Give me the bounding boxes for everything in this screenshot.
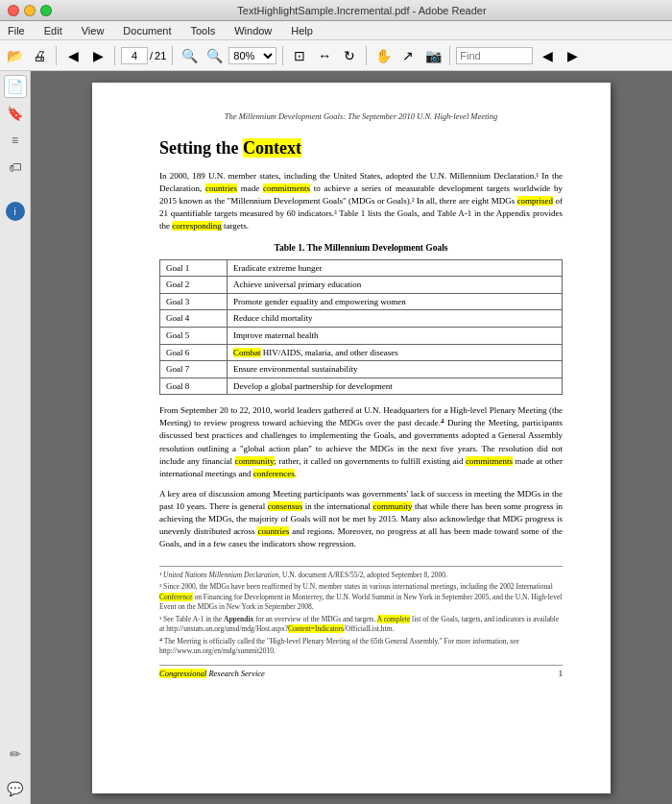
fit-width-icon[interactable]: ↔ bbox=[314, 45, 335, 66]
main-layout: 📄 🔖 ≡ 🏷 i ✏ 💬 The Millennium Development… bbox=[0, 71, 672, 804]
body2-text-4: . bbox=[295, 469, 297, 478]
corresponding-highlight: corresponding bbox=[172, 221, 222, 231]
page-number: 1 bbox=[559, 669, 563, 680]
separator-6 bbox=[449, 46, 450, 65]
body2-text-2: ; rather, it called on governments to fu… bbox=[275, 456, 466, 466]
pdf-header: The Millennium Development Goals: The Se… bbox=[159, 111, 563, 123]
print-icon[interactable]: 🖨 bbox=[29, 45, 50, 66]
footnote-2: ² Since 2000, the MDGs have been reaffir… bbox=[159, 582, 563, 613]
menu-tools[interactable]: Tools bbox=[187, 23, 220, 38]
body-paragraph-3: A key area of discussion among Meeting p… bbox=[159, 488, 563, 550]
snapshot-icon[interactable]: 📷 bbox=[422, 45, 444, 66]
commitments-highlight-2: commitments bbox=[466, 456, 513, 466]
complete-footnote-highlight: A complete bbox=[377, 615, 410, 623]
select-icon[interactable]: ↗ bbox=[397, 45, 419, 66]
panel-annot-icon[interactable]: ✏ bbox=[4, 743, 27, 766]
footnotes: ¹ United Nations Millennium Declaration,… bbox=[159, 571, 563, 657]
heading-plain: Setting the bbox=[159, 138, 243, 158]
page-total: 21 bbox=[155, 50, 166, 61]
footnote-1: ¹ United Nations Millennium Declaration,… bbox=[159, 571, 563, 581]
footnote-4: ⁴ The Meeting is officially called the "… bbox=[159, 637, 563, 657]
window-controls[interactable] bbox=[8, 5, 52, 16]
pdf-header-text: The Millennium Development Goals: The Se… bbox=[225, 111, 497, 121]
community-highlight-2: community bbox=[372, 501, 412, 511]
menu-window[interactable]: Window bbox=[230, 23, 276, 38]
toolbar: 📂 🖨 ◀ ▶ / 21 🔍 🔍 80% 100% 125% ⊡ ↔ ↻ ✋ ↗… bbox=[0, 40, 672, 71]
panel-layers-icon[interactable]: ≡ bbox=[4, 129, 27, 152]
body-paragraph-1: In 2000, 189 U.N. member states, includi… bbox=[159, 170, 563, 232]
countries-highlight-2: countries bbox=[257, 526, 289, 536]
table-desc-cell: Reduce child mortality bbox=[228, 310, 563, 328]
menu-edit[interactable]: Edit bbox=[40, 23, 66, 38]
back-icon[interactable]: ◀ bbox=[62, 45, 84, 66]
separator-4 bbox=[282, 46, 283, 65]
congressional-highlight: Congressional bbox=[159, 669, 206, 678]
mdg-table: Table 1. The Millennium Development Goal… bbox=[159, 242, 563, 395]
table-goal-cell: Goal 1 bbox=[160, 259, 228, 277]
panel-tags-icon[interactable]: 🏷 bbox=[4, 156, 27, 179]
menu-document[interactable]: Document bbox=[119, 23, 175, 38]
section-heading: Setting the Context bbox=[159, 136, 563, 160]
table-desc-cell: Improve maternal health bbox=[228, 327, 563, 344]
table-goal-cell: Goal 2 bbox=[160, 277, 228, 294]
table-desc-cell: Promote gender equality and empowering w… bbox=[228, 293, 563, 310]
table-desc-cell: Achieve universal primary education bbox=[228, 277, 563, 294]
commitments-highlight-1: commitments bbox=[263, 183, 310, 193]
consensus-highlight: consensus bbox=[268, 501, 303, 511]
page-input[interactable] bbox=[121, 47, 148, 64]
heading-highlight: Context bbox=[243, 138, 301, 158]
minimize-button[interactable] bbox=[24, 5, 36, 16]
search-prev-icon[interactable]: ◀ bbox=[537, 45, 558, 66]
body3-text-2: in the international bbox=[302, 501, 372, 511]
separator-1 bbox=[56, 46, 57, 65]
table-caption: Table 1. The Millennium Development Goal… bbox=[159, 242, 563, 255]
footnote-separator bbox=[159, 566, 563, 567]
table-desc-cell: Develop a global partnership for develop… bbox=[228, 378, 563, 395]
zoom-in-icon[interactable]: 🔍 bbox=[204, 45, 225, 66]
table-goal-cell: Goal 4 bbox=[160, 310, 228, 328]
table-goal-cell: Goal 5 bbox=[160, 327, 228, 344]
fit-page-icon[interactable]: ⊡ bbox=[289, 45, 310, 66]
separator-2 bbox=[114, 46, 115, 65]
page-separator: / bbox=[150, 50, 153, 61]
table-desc-cell: Combat HIV/AIDS, malaria, and other dise… bbox=[228, 344, 563, 361]
panel-bookmarks-icon[interactable]: 🔖 bbox=[4, 102, 27, 125]
countries-highlight-1: countries bbox=[205, 183, 237, 193]
panel-pages-icon[interactable]: 📄 bbox=[4, 75, 27, 98]
pdf-area[interactable]: The Millennium Development Goals: The Se… bbox=[31, 71, 672, 804]
window-title: TextHighlightSample.Incremental.pdf - Ad… bbox=[60, 5, 664, 16]
panel-sign-icon[interactable]: 💬 bbox=[4, 777, 27, 800]
body-paragraph-2: From September 20 to 22, 2010, world lea… bbox=[159, 404, 563, 479]
pdf-page: The Millennium Development Goals: The Se… bbox=[92, 83, 611, 793]
rotate-icon[interactable]: ↻ bbox=[339, 45, 360, 66]
comprised-highlight: comprised bbox=[517, 196, 554, 206]
separator-3 bbox=[172, 46, 173, 65]
menu-file[interactable]: File bbox=[4, 23, 29, 38]
maximize-button[interactable] bbox=[40, 5, 52, 16]
pdf-bottom-bar: Congressional Research Service 1 bbox=[159, 665, 563, 680]
footnote1-text: ¹ United Nations Millennium Declaration bbox=[159, 571, 278, 579]
table-desc-cell: Ensure environmental sustainability bbox=[228, 361, 563, 378]
table-goal-cell: Goal 7 bbox=[160, 361, 228, 378]
zoom-out-icon[interactable]: 🔍 bbox=[179, 45, 200, 66]
search-next-icon[interactable]: ▶ bbox=[562, 45, 583, 66]
search-input[interactable] bbox=[456, 47, 533, 64]
table-goal-cell: Goal 6 bbox=[160, 344, 228, 361]
menu-help[interactable]: Help bbox=[287, 23, 317, 38]
forward-icon[interactable]: ▶ bbox=[87, 45, 108, 66]
menu-view[interactable]: View bbox=[78, 23, 108, 38]
conferences-highlight: conferences bbox=[253, 469, 295, 478]
separator-5 bbox=[366, 46, 367, 65]
body1-text-5: targets. bbox=[222, 221, 249, 231]
body1-text-2: made bbox=[237, 183, 263, 193]
table-goal-cell: Goal 8 bbox=[160, 378, 228, 395]
pan-icon[interactable]: ✋ bbox=[372, 45, 394, 66]
table-desc-cell: Eradicate extreme hunger bbox=[228, 259, 563, 277]
close-button[interactable] bbox=[8, 5, 19, 16]
zoom-select[interactable]: 80% 100% 125% bbox=[228, 47, 276, 64]
open-file-icon[interactable]: 📂 bbox=[4, 45, 25, 66]
conference-footnote-highlight: Conference bbox=[159, 593, 193, 601]
footnote-3: ³ See Table A-1 in the Appendix for an o… bbox=[159, 615, 563, 635]
content-indicators-highlight: Content=Indicators bbox=[288, 624, 344, 633]
panel-comments-icon[interactable]: i bbox=[6, 202, 25, 221]
